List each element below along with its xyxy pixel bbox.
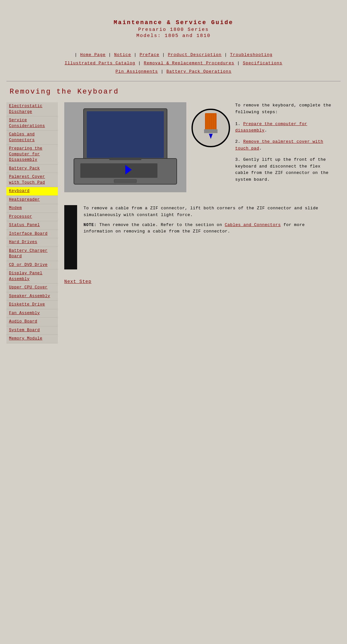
step-3: 3. Gently lift up the front of the keybo…: [235, 157, 334, 183]
flex-cable-image: [191, 109, 230, 147]
main-layout: Electrostatic Discharge Service Consider…: [6, 102, 341, 343]
svg-rect-1: [87, 111, 164, 158]
sidebar-item-speaker[interactable]: Speaker Assembly: [6, 292, 58, 301]
zif-note-body: NOTE: Then remove the cable. Refer to th…: [84, 222, 334, 235]
sidebar: Electrostatic Discharge Service Consider…: [6, 102, 58, 343]
sidebar-item-diskette[interactable]: Diskette Drive: [6, 301, 58, 309]
note-label: NOTE:: [84, 223, 97, 227]
nav-specifications[interactable]: Specifications: [243, 61, 282, 66]
intro-text: To remove the keyboard, complete the fol…: [235, 102, 334, 116]
svg-rect-6: [109, 158, 141, 160]
nav-pin-assignments[interactable]: Pin Assignments: [116, 69, 158, 74]
subtitle-models: Models: 1805 and 1810: [13, 33, 334, 39]
next-step-link[interactable]: Next Step: [64, 279, 334, 284]
sidebar-item-battery-charger[interactable]: Battery Charger Board: [6, 247, 58, 261]
subtitle-series: Presario 1800 Series: [13, 27, 334, 32]
sidebar-item-memory[interactable]: Memory Module: [6, 335, 58, 343]
svg-rect-5: [114, 179, 137, 183]
content-area: To remove the keyboard, complete the fol…: [58, 102, 341, 284]
cables-connectors-link[interactable]: Cables and Connectors: [225, 222, 281, 227]
sidebar-item-interface[interactable]: Interface Board: [6, 230, 58, 239]
svg-marker-14: [209, 134, 213, 139]
zif-note-block: To remove a cable from a ZIF connector, …: [84, 202, 334, 235]
nav-product-description[interactable]: Product Description: [168, 52, 221, 57]
svg-rect-10: [210, 114, 211, 130]
step-2-number: 2.: [235, 139, 243, 144]
svg-rect-11: [212, 114, 213, 130]
sidebar-item-preparing[interactable]: Preparing the Computer for Disassembly: [6, 145, 58, 165]
nav-preface[interactable]: Preface: [139, 52, 159, 57]
page-title: Removing the Keyboard: [10, 88, 341, 96]
sidebar-item-heatspreader[interactable]: Heatspreader: [6, 196, 58, 204]
step-1: 1. Prepare the computer for disassembly.: [235, 121, 334, 134]
step-3-text: Gently lift up the front of the keyboard…: [235, 157, 329, 182]
sidebar-item-keyboard[interactable]: Keyboard: [6, 187, 58, 196]
zif-intro: To remove a cable from a ZIF connector, …: [84, 205, 334, 219]
note-body-text: Then remove the cable. Refer to the sect…: [99, 222, 222, 227]
sidebar-item-status-panel[interactable]: Status Panel: [6, 221, 58, 230]
sidebar-item-fan[interactable]: Fan Assembly: [6, 309, 58, 318]
main-title: Maintenance & Service Guide: [13, 19, 334, 26]
step-1-number: 1.: [235, 122, 243, 126]
sidebar-item-modem[interactable]: Modem: [6, 204, 58, 213]
page-header: Maintenance & Service Guide Presario 180…: [6, 6, 341, 46]
svg-rect-8: [206, 114, 208, 130]
sidebar-item-palmrest[interactable]: Palmrest Cover with Touch Pad: [6, 173, 58, 187]
nav-links: | Home Page | Notice | Preface | Product…: [6, 51, 341, 76]
step-2-link[interactable]: Remove the palmrest cover with touch pad: [235, 139, 323, 151]
step-2: 2. Remove the palmrest cover with touch …: [235, 139, 334, 152]
step-1-link[interactable]: Prepare the computer for disassembly: [235, 122, 307, 133]
step-2-period: .: [259, 146, 262, 151]
sidebar-item-display[interactable]: Display Panel Assembly: [6, 269, 58, 284]
nav-home[interactable]: Home Page: [80, 52, 106, 57]
sidebar-item-upper-cpu[interactable]: Upper CPU Cover: [6, 284, 58, 292]
instructions-text: To remove the keyboard, complete the fol…: [235, 102, 334, 188]
step-3-number: 3.: [235, 157, 243, 162]
svg-rect-12: [214, 114, 215, 130]
svg-rect-3: [80, 163, 157, 178]
black-bar: [64, 205, 77, 269]
sidebar-item-battery[interactable]: Battery Pack: [6, 165, 58, 173]
divider: [6, 81, 341, 81]
sidebar-item-service[interactable]: Service Considerations: [6, 116, 58, 131]
nav-troubleshooting[interactable]: Troubleshooting: [230, 52, 272, 57]
sidebar-item-cables[interactable]: Cables and Connectors: [6, 131, 58, 145]
sidebar-item-processor[interactable]: Processor: [6, 213, 58, 222]
flex-cable-svg: [193, 110, 229, 146]
nav-notice[interactable]: Notice: [114, 52, 131, 57]
nav-battery-operations[interactable]: Battery Pack Operations: [166, 69, 231, 74]
nav-removal-procedures[interactable]: Removal & Replacement Procedures: [144, 61, 235, 66]
laptop-svg: [64, 102, 186, 192]
sidebar-item-system[interactable]: System Board: [6, 326, 58, 335]
sidebar-item-electrostatic[interactable]: Electrostatic Discharge: [6, 102, 58, 116]
sidebar-item-hard-drives[interactable]: Hard Drives: [6, 238, 58, 247]
svg-rect-13: [204, 129, 218, 133]
sidebar-item-cd-dvd[interactable]: CD or DVD Drive: [6, 261, 58, 270]
laptop-image: [64, 102, 186, 192]
sidebar-item-audio[interactable]: Audio Board: [6, 318, 58, 326]
nav-parts-catalog[interactable]: Illustrated Parts Catalog: [65, 61, 135, 66]
svg-rect-9: [208, 114, 209, 130]
step-1-period: .: [264, 128, 267, 133]
zif-note-section: To remove a cable from a ZIF connector, …: [64, 202, 334, 269]
